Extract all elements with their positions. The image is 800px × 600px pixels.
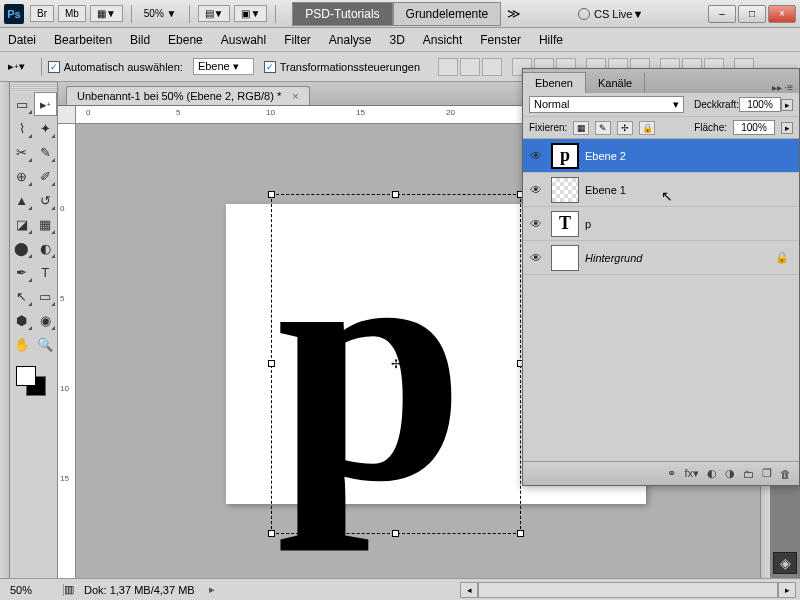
menu-bild[interactable]: Bild — [130, 33, 150, 47]
layer-p[interactable]: 👁 T p — [523, 207, 799, 241]
transform-handle-nw[interactable] — [268, 191, 275, 198]
gradient-tool-icon[interactable]: ▦ — [34, 212, 58, 236]
document-tab[interactable]: Unbenannt-1 bei 50% (Ebene 2, RGB/8) * × — [66, 86, 310, 105]
brush-tool-icon[interactable]: ✐ — [34, 164, 58, 188]
menu-filter[interactable]: Filter — [284, 33, 311, 47]
minibridge-button[interactable]: Mb — [58, 5, 86, 22]
3d-camera-tool-icon[interactable]: ◉ — [34, 308, 58, 332]
cslive-button[interactable]: CS Live ▼ — [578, 8, 643, 20]
lasso-tool-icon[interactable]: ⌇ — [10, 116, 34, 140]
adjustment-layer-icon[interactable]: ◑ — [725, 467, 735, 480]
transform-handle-n[interactable] — [392, 191, 399, 198]
lock-pixels-icon[interactable]: ✎ — [595, 121, 611, 135]
toolbox-grip[interactable] — [10, 82, 57, 92]
layer-name-label[interactable]: Hintergrund — [585, 252, 642, 264]
tab-kanaele[interactable]: Kanäle — [586, 73, 645, 93]
close-tab-icon[interactable]: × — [292, 90, 298, 102]
document-info-icon[interactable]: ▥ — [64, 583, 74, 596]
type-tool-icon[interactable]: T — [34, 260, 58, 284]
more-workspaces-icon[interactable]: ≫ — [507, 6, 521, 21]
visibility-toggle-icon[interactable]: 👁 — [527, 217, 545, 231]
visibility-toggle-icon[interactable]: 👁 — [527, 149, 545, 163]
color-swatches[interactable] — [10, 362, 57, 402]
dodge-tool-icon[interactable]: ◐ — [34, 236, 58, 260]
visibility-toggle-icon[interactable]: 👁 — [527, 251, 545, 265]
ruler-vertical[interactable]: 0 5 10 15 — [58, 124, 76, 578]
view-extras-button[interactable]: ▦▼ — [90, 5, 123, 22]
align-vcenter-icon[interactable] — [460, 58, 480, 76]
status-flyout-icon[interactable]: ▸ — [209, 583, 215, 596]
transform-center-icon[interactable]: ✢ — [391, 357, 401, 371]
lock-all-icon[interactable]: 🔒 — [639, 121, 655, 135]
menu-analyse[interactable]: Analyse — [329, 33, 372, 47]
layer-style-icon[interactable]: fx▾ — [684, 467, 699, 480]
layer-hintergrund[interactable]: 👁 Hintergrund 🔒 — [523, 241, 799, 275]
path-select-tool-icon[interactable]: ↖ — [10, 284, 34, 308]
stamp-tool-icon[interactable]: ▲ — [10, 188, 34, 212]
magic-wand-tool-icon[interactable]: ✦ — [34, 116, 58, 140]
tab-ebenen[interactable]: Ebenen — [523, 72, 586, 93]
minimize-button[interactable]: – — [708, 5, 736, 23]
align-bottom-icon[interactable] — [482, 58, 502, 76]
crop-tool-icon[interactable]: ✂ — [10, 140, 34, 164]
left-dock-strip[interactable] — [0, 82, 10, 578]
menu-ansicht[interactable]: Ansicht — [423, 33, 462, 47]
scroll-left-icon[interactable]: ◂ — [460, 582, 478, 598]
opacity-input[interactable]: 100% — [739, 97, 781, 112]
lock-transparency-icon[interactable]: ▦ — [573, 121, 589, 135]
ruler-origin[interactable] — [58, 106, 76, 124]
transform-handle-se[interactable] — [517, 530, 524, 537]
menu-hilfe[interactable]: Hilfe — [539, 33, 563, 47]
group-icon[interactable]: 🗀 — [743, 468, 754, 480]
hand-tool-icon[interactable]: ✋ — [10, 332, 34, 356]
foreground-color-swatch[interactable] — [16, 366, 36, 386]
align-top-icon[interactable] — [438, 58, 458, 76]
panel-menu-icon[interactable]: ▸▸ ·≡ — [766, 82, 799, 93]
maximize-button[interactable]: □ — [738, 5, 766, 23]
3d-tool-icon[interactable]: ⬢ — [10, 308, 34, 332]
menu-bearbeiten[interactable]: Bearbeiten — [54, 33, 112, 47]
layer-name-label[interactable]: Ebene 1 — [585, 184, 626, 196]
transform-handle-w[interactable] — [268, 360, 275, 367]
workspace-tab-grundelemente[interactable]: Grundelemente — [393, 2, 502, 26]
layer-thumbnail[interactable] — [551, 177, 579, 203]
close-button[interactable]: × — [768, 5, 796, 23]
layer-thumbnail[interactable]: T — [551, 211, 579, 237]
link-layers-icon[interactable]: ⚭ — [667, 467, 676, 480]
scroll-right-icon[interactable]: ▸ — [778, 582, 796, 598]
transform-controls-checkbox[interactable]: ✓Transformationssteuerungen — [264, 61, 420, 73]
menu-ebene[interactable]: Ebene — [168, 33, 203, 47]
bridge-button[interactable]: Br — [30, 5, 54, 22]
lock-position-icon[interactable]: ✢ — [617, 121, 633, 135]
auto-select-target[interactable]: Ebene ▾ — [193, 58, 254, 75]
workspace-tab-psdtutorials[interactable]: PSD-Tutorials — [292, 2, 392, 26]
menu-datei[interactable]: Datei — [8, 33, 36, 47]
menu-fenster[interactable]: Fenster — [480, 33, 521, 47]
eraser-tool-icon[interactable]: ◪ — [10, 212, 34, 236]
scrollbar-horizontal[interactable] — [478, 582, 778, 598]
layer-name-label[interactable]: Ebene 2 — [585, 150, 626, 162]
zoom-dropdown[interactable]: 50% ▼ — [140, 6, 181, 21]
zoom-level[interactable]: 50% — [4, 584, 64, 596]
zoom-tool-icon[interactable]: 🔍 — [34, 332, 58, 356]
menu-auswahl[interactable]: Auswahl — [221, 33, 266, 47]
shape-tool-icon[interactable]: ▭ — [34, 284, 58, 308]
eyedropper-tool-icon[interactable]: ✎ — [34, 140, 58, 164]
menu-3d[interactable]: 3D — [390, 33, 405, 47]
fill-input[interactable]: 100% — [733, 120, 775, 135]
fill-flyout-icon[interactable]: ▸ — [781, 122, 793, 134]
screen-mode-button[interactable]: ▣▼ — [234, 5, 267, 22]
transform-handle-s[interactable] — [392, 530, 399, 537]
pen-tool-icon[interactable]: ✒ — [10, 260, 34, 284]
panel-layers-collapsed-icon[interactable]: ◈ — [773, 552, 797, 574]
arrange-button[interactable]: ▤▼ — [198, 5, 231, 22]
delete-layer-icon[interactable]: 🗑 — [780, 468, 791, 480]
layer-ebene-2[interactable]: 👁 p Ebene 2 — [523, 139, 799, 173]
auto-select-checkbox[interactable]: ✓Automatisch auswählen: — [48, 61, 183, 73]
move-tool-icon[interactable]: ▸+ — [34, 92, 58, 116]
visibility-toggle-icon[interactable]: 👁 — [527, 183, 545, 197]
history-brush-tool-icon[interactable]: ↺ — [34, 188, 58, 212]
transform-bounding-box[interactable]: ✢ — [271, 194, 521, 534]
blend-mode-select[interactable]: Normal▾ — [529, 96, 684, 113]
layer-thumbnail[interactable]: p — [551, 143, 579, 169]
